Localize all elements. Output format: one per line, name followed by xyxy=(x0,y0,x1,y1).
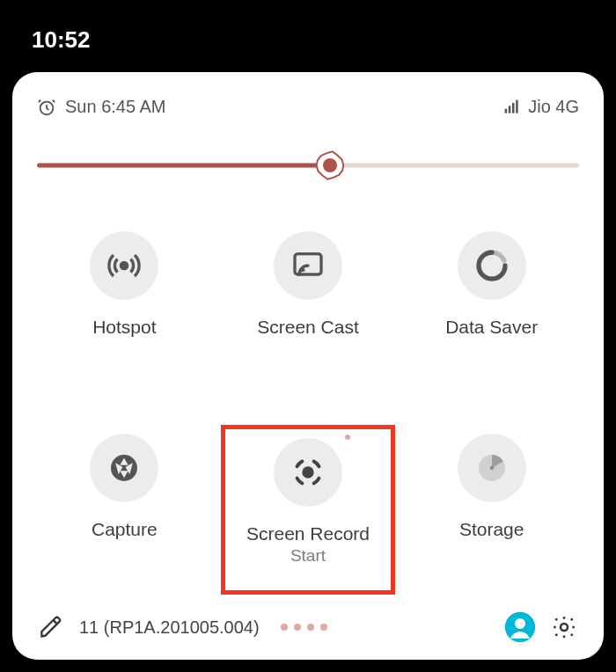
status-left: Sun 6:45 AM xyxy=(37,97,166,117)
user-avatar[interactable] xyxy=(505,612,535,642)
screencast-icon xyxy=(274,231,342,300)
tile-label: Screen RecordStart xyxy=(246,522,370,566)
page-dot xyxy=(281,624,288,631)
slider-fill xyxy=(37,164,330,168)
screenrecord-icon xyxy=(274,438,342,507)
svg-rect-1 xyxy=(505,108,508,113)
svg-point-15 xyxy=(561,624,568,631)
tile-screencast[interactable]: Screen Cast xyxy=(221,223,396,363)
tile-label: Screen Cast xyxy=(257,316,359,339)
tile-screenrecord[interactable]: Screen RecordStart xyxy=(221,425,396,595)
svg-point-7 xyxy=(121,262,128,268)
tile-sublabel: Start xyxy=(246,545,370,566)
tile-label: Data Saver xyxy=(445,316,538,339)
svg-rect-3 xyxy=(512,103,515,113)
quick-settings-panel: Sun 6:45 AM Jio 4G HotspotScreen CastD xyxy=(12,72,604,660)
tile-hotspot[interactable]: Hotspot xyxy=(37,223,212,363)
svg-point-9 xyxy=(298,273,301,275)
footer-bar: 11 (RP1A.201005.004) xyxy=(37,612,579,642)
svg-point-12 xyxy=(489,465,493,469)
tile-label: Hotspot xyxy=(92,316,156,339)
svg-point-6 xyxy=(323,158,337,172)
alarm-time: Sun 6:45 AM xyxy=(65,97,166,117)
svg-point-14 xyxy=(515,618,525,629)
svg-rect-2 xyxy=(509,106,511,113)
tile-datasaver[interactable]: Data Saver xyxy=(404,223,579,363)
carrier-label: Jio 4G xyxy=(528,97,579,117)
signal-icon xyxy=(503,99,521,116)
page-dot xyxy=(294,624,301,631)
storage-icon xyxy=(458,434,526,502)
build-version: 11 (RP1A.201005.004) xyxy=(79,617,260,638)
datasaver-icon xyxy=(458,231,526,300)
activity-dot xyxy=(345,435,350,440)
edit-icon[interactable] xyxy=(39,615,63,639)
tile-label: Capture xyxy=(92,518,158,541)
page-dot xyxy=(320,624,327,631)
tiles-grid: HotspotScreen CastData SaverCaptureScree… xyxy=(37,223,579,595)
status-bar: Sun 6:45 AM Jio 4G xyxy=(37,97,579,117)
hotspot-icon xyxy=(90,231,158,300)
capture-icon xyxy=(90,434,158,502)
device-clock: 10:52 xyxy=(32,26,91,54)
page-dot xyxy=(307,624,314,631)
svg-point-10 xyxy=(302,466,313,478)
alarm-icon xyxy=(37,98,56,117)
status-right: Jio 4G xyxy=(503,97,579,117)
tile-label: Storage xyxy=(459,518,524,541)
tile-storage[interactable]: Storage xyxy=(404,425,579,595)
slider-thumb[interactable] xyxy=(315,150,345,180)
page-indicator xyxy=(281,624,327,631)
settings-icon[interactable] xyxy=(551,614,577,640)
svg-rect-4 xyxy=(516,99,518,113)
brightness-slider[interactable] xyxy=(37,152,579,179)
tile-capture[interactable]: Capture xyxy=(37,425,212,595)
